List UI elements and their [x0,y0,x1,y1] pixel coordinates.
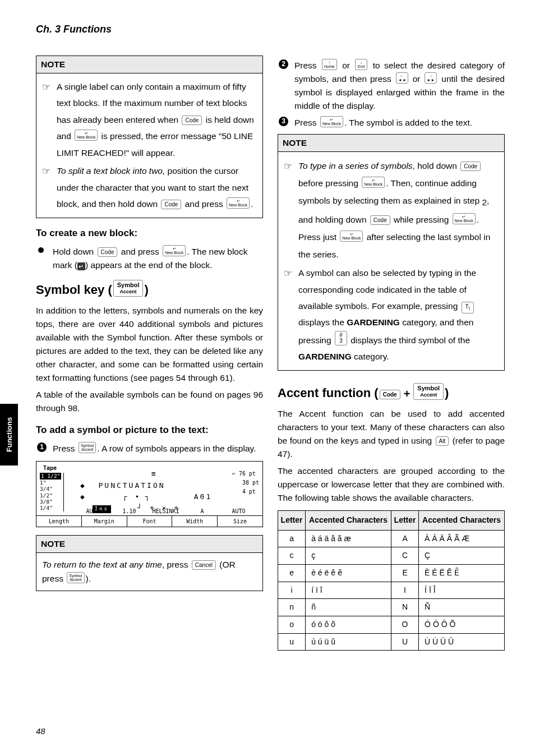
heading-symbol-key: Symbol key (SymbolAccent) [36,280,263,299]
display-vals: AUTO1.10HELSINKIAAUTO [75,507,257,516]
step-2-ref-icon: 2 [482,193,487,211]
step-1-icon: 1 [37,442,47,452]
note-box-2: NOTE To return to the text at any time, … [36,535,263,591]
symbol-key: SymbolAccent [79,442,96,453]
enter-key: ↵New Block [320,116,343,127]
note-head: NOTE [36,56,262,73]
note1-item2: ☞ To split a text block into two, positi… [42,163,257,212]
note3-item2: ☞ A symbol can also be selected by typin… [284,265,499,365]
tape-label: Tape [41,464,59,473]
pointer-icon: ☞ [42,79,50,96]
tape-sizes: 1 1/2" 1" 3/4" 1/2" 3/8" 1/4" [40,473,64,511]
symbol-key: SymbolAccent [67,572,84,583]
code-key: Code [380,390,400,399]
th-letter: Letter [278,510,306,530]
display-footer: LengthMarginFontWidthSize [36,515,262,527]
accent-body-2: The accented characters are grouped acco… [278,464,505,505]
side-tab: Functions [0,404,18,465]
left-key: ←◄◄ [396,72,408,84]
display-right: ✂ 76 pt 38 pt 4 pt [232,469,259,496]
note2-text: To return to the text at any time, press… [42,558,257,585]
enter-key: ↵New Block [362,177,385,188]
right-key: →►► [425,72,437,84]
add-step1: 1 Press SymbolAccent. A row of symbols a… [36,442,263,455]
left-column: NOTE ☞ A single label can only contain a… [36,56,263,651]
note-head: NOTE [278,135,504,152]
symbol-body-1: In addition to the letters, symbols and … [36,304,263,385]
heading-create-block: To create a new block: [36,226,263,241]
symbol-key: SymbolAccent [113,280,144,297]
down-key: ↓End [355,59,367,70]
code-key: Code [182,116,202,125]
code-key: Code [370,215,390,225]
pointer-icon: ☞ [284,265,292,283]
bullet-icon [38,247,44,253]
3-key: #3 [335,331,347,345]
cancel-key: Cancel [192,560,216,570]
step-3-icon: 3 [279,117,288,126]
table-row: oó ö ô õOÓ Ö Ô Õ [278,616,505,634]
symbol-key: SymbolAccent [413,383,444,400]
alt-: Alt [436,436,449,446]
table-row: uù ú ü ûUÙ Ú Ü Û [278,633,505,651]
note1-item1: ☞ A single label can only contain a maxi… [42,79,257,161]
t-key: T\ [462,302,474,314]
enter-key: ↵New Block [75,130,98,141]
display-panel: Tape 1 1/2" 1" 3/4" 1/2" 3/8" 1/4" ≡ ◆ P… [36,461,263,527]
chapter-heading: Ch. 3 Functions [36,24,505,35]
create-step: Hold down Code and press ↵New Block. The… [36,245,263,272]
pointer-icon: ☞ [284,157,292,176]
block-mark-icon: ↵ [77,262,85,270]
accent-body-1: The Accent function can be used to add a… [278,407,505,461]
table-row: nñNÑ [278,599,505,616]
note3-item1: ☞ To type in a series of symbols, hold d… [284,157,499,263]
page-number: 48 [36,726,45,736]
enter-key: ↵New Block [340,231,363,242]
accent-table: Letter Accented Characters Letter Accent… [278,510,505,651]
enter-key: ↵New Block [227,197,250,209]
table-row: ií ï îIÍ Ï Î [278,582,505,599]
up-key: ↑Home [322,59,337,70]
plus-icon: + [404,388,411,400]
right-column: 2 Press ↑Home or ↓End to select the desi… [278,56,505,651]
code-key: Code [161,200,181,209]
heading-accent: Accent function (Code+SymbolAccent) [278,383,505,403]
enter-key: ↵New Block [453,213,476,224]
table-row: eè é ë ê ẽEÈ É Ë Ê Ẽ [278,564,505,582]
step2: 2 Press ↑Home or ↓End to select the desi… [278,59,505,113]
th-chars2: Accented Characters [419,510,505,530]
note-box-3: NOTE ☞ To type in a series of symbols, h… [278,134,505,371]
symbol-body-2: A table of the available symbols can be … [36,388,263,415]
pointer-icon: ☞ [42,163,50,181]
step3: 3 Press ↵New Block. The symbol is added … [278,116,505,130]
th-letter2: Letter [391,510,418,530]
code-key: Code [460,162,481,171]
note-head: NOTE [36,536,262,553]
heading-add-symbol: To add a symbol or picture to the text: [36,423,263,437]
th-chars: Accented Characters [306,510,391,530]
step-2-icon: 2 [279,59,288,69]
note-box-1: NOTE ☞ A single label can only contain a… [36,56,263,218]
table-row: cçCÇ [278,547,505,565]
enter-key: ↵New Block [163,245,186,256]
code-key: Code [98,247,118,257]
table-row: aà á ä â ã æAÀ Á Ä Â Ã Æ [278,530,505,547]
